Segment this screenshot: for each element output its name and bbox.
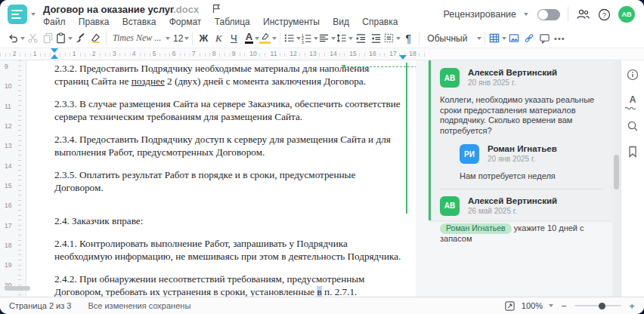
bullet-list-icon: [283, 32, 295, 44]
review-toggle[interactable]: [537, 9, 560, 20]
horizontal-scrollbar-thumb[interactable]: [5, 286, 30, 291]
ruler-number: 5: [151, 50, 158, 57]
ruler-number: 9: [231, 50, 237, 57]
increase-indent-button[interactable]: [368, 30, 383, 47]
review-mode-label[interactable]: Рецензирование: [443, 9, 516, 20]
highlight-color-button[interactable]: [259, 30, 277, 47]
review-caret-icon[interactable]: [524, 13, 528, 16]
spellcheck-icon[interactable]: А: [626, 94, 639, 107]
decrease-indent-button[interactable]: [353, 30, 368, 47]
menu-insert[interactable]: Вставка: [122, 17, 156, 27]
table-icon: [488, 32, 500, 44]
numbered-list-button[interactable]: 123: [301, 30, 318, 47]
align-button[interactable]: [318, 30, 336, 47]
document-page[interactable]: 2.3.2. Предоставить Подрядчику необходим…: [26, 60, 416, 297]
italic-button[interactable]: К: [211, 30, 226, 47]
paragraph-style-caret-icon[interactable]: [477, 37, 481, 40]
ruler-number: 16: [5, 202, 11, 209]
paragraph-2-4-2: 2.4.2. При обнаружении несоответствий тр…: [54, 273, 406, 299]
zoom-slider[interactable]: [574, 305, 621, 306]
left-indent-marker[interactable]: [51, 54, 58, 59]
menu-format[interactable]: Формат: [169, 17, 202, 27]
cut-icon: [27, 32, 39, 44]
insert-comment-button[interactable]: [537, 30, 552, 47]
insert-link-button[interactable]: [522, 30, 537, 47]
right-sidebar: А: [621, 60, 644, 297]
collaboration-users-icon[interactable]: [576, 8, 590, 20]
bold-button[interactable]: Ж: [196, 30, 211, 47]
logo-caret-icon[interactable]: [31, 13, 36, 16]
underline-button[interactable]: Ч: [226, 30, 241, 47]
zoom-slider-handle[interactable]: [599, 303, 605, 309]
cut-button[interactable]: [25, 30, 40, 47]
line-spacing-button[interactable]: [336, 30, 353, 47]
right-indent-marker[interactable]: [399, 55, 407, 60]
font-size-caret-icon[interactable]: [184, 37, 189, 40]
zoom-value[interactable]: 100%: [522, 301, 543, 310]
user-avatar[interactable]: АВ: [618, 6, 635, 23]
highlight-caret-icon[interactable]: [272, 37, 277, 40]
menu-help[interactable]: Справка: [362, 17, 398, 27]
fit-page-icon[interactable]: [504, 300, 516, 312]
font-color-button[interactable]: А: [244, 30, 259, 47]
clear-style-button[interactable]: [88, 30, 103, 47]
menu-file[interactable]: Файл: [43, 17, 66, 27]
comment-icon: [539, 32, 550, 44]
decrease-indent-icon: [355, 32, 367, 44]
comment-thread[interactable]: АВ Алексей Вертинский 20 янв 2025 г. Кол…: [429, 60, 612, 220]
increase-indent-icon: [370, 32, 382, 44]
font-name-caret-icon[interactable]: [166, 37, 170, 40]
paragraph-style-select[interactable]: Обычный: [423, 30, 481, 47]
toolbar-more-button[interactable]: •••: [552, 30, 567, 47]
paste-button[interactable]: [55, 30, 73, 47]
comment-avatar: АВ: [440, 68, 460, 88]
info-icon[interactable]: [626, 68, 639, 82]
bookmark-icon[interactable]: [626, 145, 639, 159]
copy-button[interactable]: [40, 30, 55, 47]
first-line-indent-marker[interactable]: [51, 48, 58, 53]
menu-tools[interactable]: Инструменты: [263, 17, 320, 27]
mention-pill[interactable]: Роман Игнатьев: [440, 223, 512, 235]
zoom-out-button[interactable]: −: [559, 300, 568, 312]
bullet-list-button[interactable]: [283, 30, 301, 47]
ruler-number: 14: [5, 162, 11, 170]
menu-edit[interactable]: Правка: [79, 17, 110, 27]
toolbar: Times New ... 12 Ж К Ч А 123: [0, 29, 644, 48]
ruler-number: 10: [5, 82, 11, 90]
format-painter-button[interactable]: [73, 30, 88, 47]
copy-icon: [42, 32, 54, 44]
comments-scrollbar-thumb[interactable]: [614, 155, 619, 189]
help-icon[interactable]: ?: [598, 8, 611, 21]
toolbar-separator: [106, 32, 107, 45]
paragraph-2-3-4: 2.3.4. Предоставить Подрядчику доступ к …: [54, 134, 406, 159]
clear-style-icon: [89, 32, 101, 44]
document-title-text: Договор на оказание услуг: [43, 4, 173, 15]
comment-range-line: [406, 63, 407, 214]
search-icon[interactable]: [626, 119, 639, 133]
main-menu-logo[interactable]: [8, 5, 27, 24]
undo-button[interactable]: [8, 30, 25, 47]
show-paragraph-marks-button[interactable]: ¶: [401, 30, 416, 47]
zoom-caret-icon[interactable]: [549, 304, 553, 307]
undo-icon: [8, 32, 19, 44]
zoom-in-button[interactable]: +: [627, 300, 636, 312]
paragraph-borders-button[interactable]: [383, 30, 401, 47]
menu-view[interactable]: Вид: [333, 17, 349, 27]
font-name-select[interactable]: Times New ...: [110, 30, 170, 47]
comments-scrollbar[interactable]: [612, 60, 621, 297]
flag-icon[interactable]: [212, 4, 221, 16]
ruler-number: 6: [171, 50, 178, 57]
ruler-number: 17: [5, 222, 11, 229]
font-size-select[interactable]: 12: [173, 30, 189, 47]
font-color-caret-icon[interactable]: [255, 37, 259, 40]
insert-image-button[interactable]: [506, 30, 522, 47]
insert-table-button[interactable]: [488, 30, 506, 47]
comment-reply[interactable]: РИ Роман Игнатьев 20 янв 2025 г. Нам пот…: [460, 143, 603, 182]
ruler-number: 9: [5, 63, 8, 70]
menu-table[interactable]: Таблица: [215, 17, 250, 27]
header-right-controls: Рецензирование ? АВ: [443, 0, 635, 29]
horizontal-ruler[interactable]: 2 1 1 2 3 4 5 6 7 8 9 10 11 12 13 14 15 …: [0, 48, 644, 60]
save-status: Все изменения сохранены: [88, 301, 190, 310]
vertical-ruler[interactable]: 9 10 11 12 13 14 15 16 17 18 19 20: [0, 60, 26, 297]
selected-text: в: [317, 286, 321, 297]
